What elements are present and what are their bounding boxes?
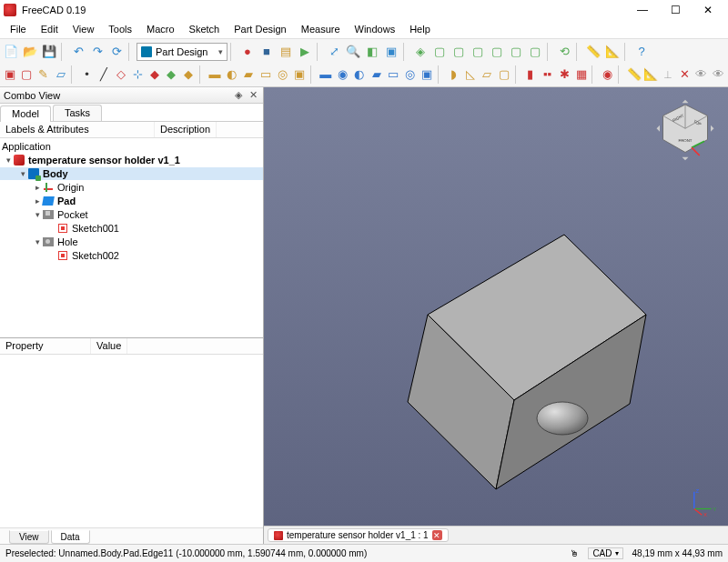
lcs-button[interactable]: ⊹ (129, 65, 146, 84)
refresh-button[interactable]: ⟳ (107, 43, 126, 61)
fit-selection-button[interactable]: 🔍 (344, 43, 362, 61)
header-value[interactable]: Value (91, 338, 127, 354)
rear-button[interactable]: ▢ (488, 43, 506, 61)
maximize-button[interactable]: ☐ (659, 1, 692, 19)
additive-helix-button[interactable]: ◎ (274, 65, 290, 84)
toggle-measure2-button[interactable]: 👁 (711, 65, 727, 84)
map-sketch-button[interactable]: ▱ (53, 65, 69, 84)
menu-macro[interactable]: Macro (140, 22, 181, 36)
multi-transform-button[interactable]: ▦ (573, 65, 590, 84)
sub-helix-button[interactable]: ◎ (402, 65, 419, 84)
expand-arrow[interactable]: ▾ (33, 237, 42, 246)
measure-angular-button[interactable]: 📐 (603, 43, 622, 61)
plane-button[interactable]: ◇ (113, 65, 129, 84)
mirror-button[interactable]: ▮ (522, 65, 539, 84)
undo-button[interactable]: ↶ (69, 43, 87, 61)
menu-sketch[interactable]: Sketch (183, 22, 227, 36)
tree-item-pad[interactable]: ▸Pad (0, 195, 263, 207)
tree-root[interactable]: Application (0, 140, 263, 153)
close-button[interactable]: ✕ (692, 1, 724, 19)
header-labels[interactable]: Labels & Attributes (0, 122, 155, 137)
menu-windows[interactable]: Windows (349, 22, 402, 36)
combo-close-icon[interactable]: ✕ (247, 89, 259, 102)
tab-view[interactable]: View (9, 530, 49, 544)
boolean-button[interactable]: ◉ (600, 65, 616, 84)
bounding-box-button[interactable]: ▣ (382, 43, 400, 61)
tab-model[interactable]: Model (0, 105, 51, 122)
nav-style-selector[interactable]: CAD (588, 547, 622, 559)
pocket-button[interactable]: ▬ (318, 65, 334, 84)
open-button[interactable]: 📂 (21, 43, 39, 61)
menu-measure[interactable]: Measure (295, 22, 347, 36)
menu-file[interactable]: File (4, 22, 33, 36)
expand-arrow[interactable]: ▾ (18, 169, 27, 178)
thickness-button[interactable]: ▢ (496, 65, 512, 84)
save-button[interactable]: 💾 (40, 43, 58, 61)
doc-close-icon[interactable]: ✕ (432, 530, 442, 540)
tree-item-pocket[interactable]: ▾Pocket (0, 208, 263, 221)
header-description[interactable]: Description (155, 122, 217, 137)
header-property[interactable]: Property (0, 338, 91, 354)
measure1-button[interactable]: 📏 (626, 65, 642, 84)
stop-macro-button[interactable]: ■ (258, 43, 276, 61)
expand-arrow[interactable]: ▸ (33, 183, 42, 192)
sub-loft-button[interactable]: ▰ (369, 65, 385, 84)
whats-this-button[interactable]: ? (632, 43, 651, 61)
tree-item-body[interactable]: ▾Body (0, 167, 263, 180)
tree-item-hole[interactable]: ▾Hole (0, 236, 263, 248)
measure-linear-button[interactable]: 📏 (584, 43, 602, 61)
expand-arrow[interactable]: ▸ (33, 196, 42, 206)
groove-button[interactable]: ◐ (351, 65, 368, 84)
pad-button[interactable]: ▬ (207, 65, 223, 84)
loft-button[interactable]: ▰ (240, 65, 257, 84)
measure2-button[interactable]: 📐 (642, 65, 659, 84)
chamfer-button[interactable]: ◺ (462, 65, 479, 84)
sub-pipe-button[interactable]: ▭ (385, 65, 401, 84)
linear-pattern-button[interactable]: ▪▪ (540, 65, 556, 84)
toggle-measure-button[interactable]: 👁 (693, 65, 710, 84)
new-doc-button[interactable]: 📄 (2, 43, 20, 61)
menu-part-design[interactable]: Part Design (228, 22, 292, 36)
bottom-button[interactable]: ▢ (507, 43, 525, 61)
fit-all-button[interactable]: ⤢ (325, 43, 343, 61)
macro-button[interactable]: ▤ (277, 43, 295, 61)
create-body-button[interactable]: ▣ (2, 65, 18, 84)
front-button[interactable]: ▢ (430, 43, 449, 61)
model-tree[interactable]: Application ▾temperature sensor holder v… (0, 138, 263, 338)
minimize-button[interactable]: — (626, 1, 659, 19)
create-sketch-button[interactable]: ▢ (19, 65, 35, 84)
tree-item-sketch002[interactable]: Sketch002 (0, 249, 263, 262)
draw-style-button[interactable]: ◧ (363, 43, 381, 61)
tab-tasks[interactable]: Tasks (53, 105, 102, 121)
combo-float-icon[interactable]: ◈ (232, 89, 245, 102)
expand-arrow[interactable]: ▾ (4, 156, 13, 165)
menu-view[interactable]: View (66, 22, 101, 36)
point-button[interactable]: • (79, 65, 96, 84)
line-button[interactable]: ╱ (96, 65, 112, 84)
navigation-cube[interactable]: RIGHT TOP FRONT (653, 98, 717, 162)
record-macro-button[interactable]: ● (238, 43, 257, 61)
clear-measure-button[interactable]: ✕ (677, 65, 693, 84)
pipe-button[interactable]: ▭ (258, 65, 274, 84)
revolution-button[interactable]: ◐ (224, 65, 240, 84)
additive-box-button[interactable]: ▣ (291, 65, 308, 84)
top-button[interactable]: ▢ (450, 43, 468, 61)
tree-item-sketch001[interactable]: Sketch001 (0, 222, 263, 235)
menu-help[interactable]: Help (403, 22, 437, 36)
clone-button[interactable]: ◆ (180, 65, 197, 84)
left-button[interactable]: ▢ (526, 43, 544, 61)
edit-sketch-button[interactable]: ✎ (35, 65, 52, 84)
polar-pattern-button[interactable]: ✱ (556, 65, 572, 84)
fillet-button[interactable]: ◗ (445, 65, 461, 84)
subshape-button[interactable]: ◆ (164, 65, 180, 84)
workbench-selector[interactable]: Part Design (136, 43, 228, 61)
3d-model[interactable] (309, 178, 692, 542)
isometric-button[interactable]: ◈ (411, 43, 430, 61)
rotate-button[interactable]: ⟲ (555, 43, 573, 61)
right-button[interactable]: ▢ (469, 43, 487, 61)
menu-edit[interactable]: Edit (35, 22, 65, 36)
sub-box-button[interactable]: ▣ (419, 65, 435, 84)
3d-viewport[interactable]: RIGHT TOP FRONT Y Z X temperature sensor… (264, 87, 728, 544)
run-macro-button[interactable]: ▶ (296, 43, 314, 61)
measure3-button[interactable]: ⟂ (660, 65, 676, 84)
